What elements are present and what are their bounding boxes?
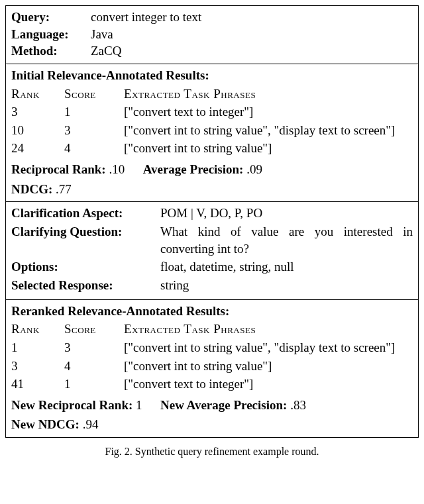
- table-row: 3 4 ["convert int to string value"]: [11, 358, 413, 376]
- table-header-row: Rank Score Extracted Task Phrases: [11, 85, 413, 104]
- selected-label: Selected Response:: [11, 277, 160, 294]
- query-value: convert integer to text: [91, 9, 413, 26]
- new-rr-label: New Reciprocal Rank:: [11, 398, 132, 412]
- question-value: What kind of value are you interested in…: [160, 223, 413, 257]
- cell-score: 4: [64, 358, 124, 376]
- cell-phrases: ["convert int to string value", "display…: [124, 122, 413, 140]
- table-row: 24 4 ["convert int to string value"]: [11, 140, 413, 158]
- clarification-block: Clarification Aspect: POM | V, DO, P, PO…: [6, 202, 418, 299]
- language-label: Language:: [11, 26, 91, 43]
- query-row: Query: convert integer to text: [11, 9, 413, 26]
- ap-value: .09: [246, 162, 262, 176]
- language-row: Language: Java: [11, 26, 413, 43]
- cell-rank: 41: [11, 376, 64, 394]
- language-value: Java: [91, 26, 413, 43]
- new-ap-label: New Average Precision:: [160, 398, 287, 412]
- initial-results-title: Initial Relevance-Annotated Results:: [11, 67, 413, 84]
- question-row: Clarifying Question: What kind of value …: [11, 223, 413, 257]
- new-rr-value: 1: [136, 398, 142, 412]
- new-ndcg-label: New NDCG:: [11, 417, 80, 431]
- table-row: 3 1 ["convert text to integer"]: [11, 103, 413, 122]
- rr-value: .10: [109, 162, 125, 176]
- ndcg-label: NDCG:: [11, 182, 52, 196]
- table-row: 10 3 ["convert int to string value", "di…: [11, 122, 413, 140]
- cell-phrases: ["convert int to string value"]: [124, 358, 413, 376]
- initial-metrics-line1: Reciprocal Rank: .10 Average Precision: …: [11, 161, 413, 178]
- header-block: Query: convert integer to text Language:…: [6, 6, 418, 64]
- reranked-results-title: Reranked Relevance-Annotated Results:: [11, 303, 413, 320]
- ap-label: Average Precision:: [143, 162, 244, 176]
- initial-results-block: Initial Relevance-Annotated Results: Ran…: [6, 64, 418, 202]
- table-header-row: Rank Score Extracted Task Phrases: [11, 321, 413, 339]
- selected-row: Selected Response: string: [11, 277, 413, 294]
- query-label: Query:: [11, 9, 91, 26]
- cell-score: 1: [64, 103, 124, 122]
- method-label: Method:: [11, 42, 91, 60]
- figure-caption: Fig. 2. Synthetic query refinement examp…: [5, 444, 419, 459]
- col-rank-header: Rank: [11, 85, 64, 104]
- new-ap-value: .83: [290, 398, 306, 412]
- options-value: float, datetime, string, null: [160, 258, 413, 276]
- figure-container: Query: convert integer to text Language:…: [5, 5, 419, 438]
- aspect-value: POM | V, DO, P, PO: [160, 205, 413, 222]
- cell-score: 1: [64, 376, 124, 394]
- cell-rank: 24: [11, 140, 64, 158]
- method-row: Method: ZaCQ: [11, 42, 413, 60]
- reranked-metrics-line1: New Reciprocal Rank: 1 New Average Preci…: [11, 397, 413, 414]
- cell-score: 3: [64, 122, 124, 140]
- options-label: Options:: [11, 258, 160, 276]
- new-ndcg-value: .94: [83, 417, 99, 431]
- reranked-metrics-line2: New NDCG: .94: [11, 416, 413, 433]
- cell-score: 4: [64, 140, 124, 158]
- col-score-header: Score: [64, 321, 124, 339]
- cell-score: 3: [64, 339, 124, 358]
- aspect-label: Clarification Aspect:: [11, 205, 160, 222]
- question-label: Clarifying Question:: [11, 223, 160, 257]
- cell-phrases: ["convert int to string value"]: [124, 140, 413, 158]
- col-phrases-header: Extracted Task Phrases: [124, 85, 413, 104]
- cell-rank: 3: [11, 103, 64, 122]
- ndcg-value: .77: [56, 182, 72, 196]
- aspect-row: Clarification Aspect: POM | V, DO, P, PO: [11, 205, 413, 222]
- cell-rank: 3: [11, 358, 64, 376]
- cell-rank: 10: [11, 122, 64, 140]
- cell-phrases: ["convert text to integer"]: [124, 376, 413, 394]
- method-value: ZaCQ: [91, 42, 413, 60]
- options-row: Options: float, datetime, string, null: [11, 258, 413, 276]
- table-row: 41 1 ["convert text to integer"]: [11, 376, 413, 394]
- col-score-header: Score: [64, 85, 124, 104]
- reranked-results-table: Rank Score Extracted Task Phrases 1 3 ["…: [11, 321, 413, 394]
- initial-metrics-line2: NDCG: .77: [11, 181, 413, 198]
- selected-value: string: [160, 277, 413, 294]
- rr-label: Reciprocal Rank:: [11, 162, 106, 176]
- table-row: 1 3 ["convert int to string value", "dis…: [11, 339, 413, 358]
- cell-rank: 1: [11, 339, 64, 358]
- cell-phrases: ["convert text to integer"]: [124, 103, 413, 122]
- reranked-results-block: Reranked Relevance-Annotated Results: Ra…: [6, 300, 418, 438]
- cell-phrases: ["convert int to string value", "display…: [124, 339, 413, 358]
- col-rank-header: Rank: [11, 321, 64, 339]
- col-phrases-header: Extracted Task Phrases: [124, 321, 413, 339]
- initial-results-table: Rank Score Extracted Task Phrases 3 1 ["…: [11, 85, 413, 159]
